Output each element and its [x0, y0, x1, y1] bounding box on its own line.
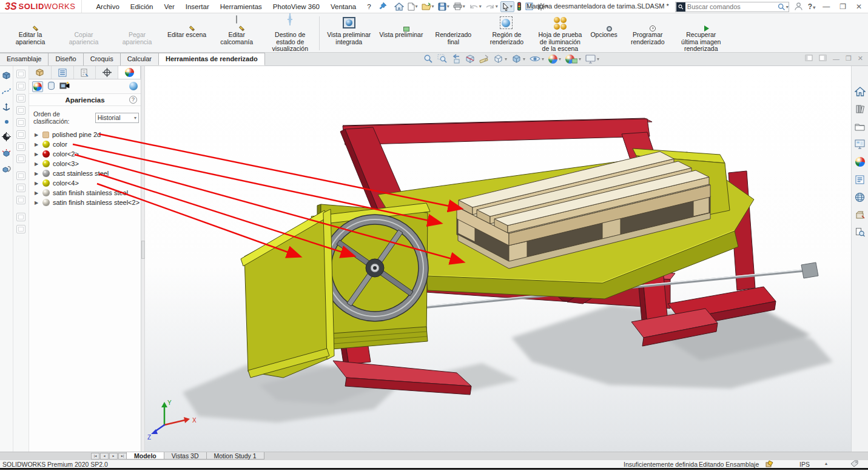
scroll-next-icon[interactable]: ▸: [109, 453, 118, 459]
redo-button[interactable]: ▾: [484, 1, 499, 12]
zoom-fit-icon[interactable]: [423, 54, 433, 64]
open-document-button[interactable]: ▾: [420, 1, 436, 12]
help-icon[interactable]: ?: [129, 96, 137, 104]
menu-ventana[interactable]: Ventana: [325, 1, 362, 12]
file-explorer-icon[interactable]: [854, 121, 866, 133]
section-view-icon[interactable]: [465, 54, 475, 64]
tab-diseno[interactable]: Diseño: [48, 53, 83, 65]
minimize-button[interactable]: —: [820, 2, 832, 11]
appearance-item-cast-stainless[interactable]: ▶cast stainless steel: [29, 169, 141, 178]
appearance-item-color[interactable]: ▶color: [29, 139, 141, 149]
display-style-icon[interactable]: ▾: [511, 54, 525, 64]
view-orientation-icon[interactable]: ▾: [493, 54, 507, 64]
expand-arrow-icon[interactable]: ▶: [35, 181, 39, 186]
attachment-component-icon[interactable]: [2, 165, 11, 175]
print-button[interactable]: ▾: [452, 1, 466, 12]
doc-restore-icon[interactable]: ❐: [846, 55, 852, 62]
doc-minimize-icon[interactable]: —: [833, 55, 839, 62]
pane-right-icon[interactable]: [819, 55, 827, 62]
appearance-item-color2[interactable]: ▶color<2>: [29, 149, 141, 159]
dropdown-caret[interactable]: ▾: [559, 56, 561, 62]
doc-close-icon[interactable]: ✕: [858, 55, 863, 62]
edit-scene-button[interactable]: Editar escena: [164, 15, 210, 40]
view-scene-lights-cameras-button[interactable]: [59, 81, 70, 92]
login-user-icon[interactable]: [794, 2, 803, 12]
custom-properties-icon[interactable]: [854, 173, 866, 185]
tab-herramientas-renderizado[interactable]: Herramientas de renderizado: [158, 53, 265, 65]
undo-button[interactable]: ▾: [468, 1, 483, 12]
dropdown-caret[interactable]: ▾: [479, 4, 482, 9]
sort-order-select[interactable]: Historial▾: [95, 113, 139, 123]
menu-ver[interactable]: Ver: [159, 1, 180, 12]
expand-arrow-icon[interactable]: ▶: [35, 200, 39, 205]
home-button[interactable]: [393, 1, 405, 12]
integrated-preview-button[interactable]: Vista preliminar integrada: [322, 15, 375, 47]
hide-show-items-icon[interactable]: ▾: [530, 54, 544, 64]
tab-displaymanager[interactable]: [118, 66, 141, 79]
spline-sketch-icon[interactable]: [2, 87, 11, 96]
display-state-target-button[interactable]: Destino de estado de visualización: [263, 15, 317, 54]
sw-resources-home-icon[interactable]: [854, 85, 866, 98]
tab-modelo[interactable]: Modelo: [126, 452, 164, 459]
pane-left-icon[interactable]: [805, 55, 813, 62]
sw-forum-icon[interactable]: [854, 191, 866, 203]
final-render-button[interactable]: Renderizado final: [426, 15, 480, 47]
render-options-button[interactable]: Opciones: [587, 15, 621, 40]
select-tool-button[interactable]: ▾: [500, 1, 514, 12]
expand-arrow-icon[interactable]: ▶: [35, 190, 39, 196]
sketch-tools-icon[interactable]: [479, 54, 489, 64]
pin-menu-icon[interactable]: [379, 2, 387, 11]
compare-documents-icon[interactable]: [854, 226, 866, 238]
apply-scene-icon[interactable]: ▾: [565, 54, 581, 64]
menu-archivo[interactable]: Archivo: [90, 1, 124, 12]
scroll-last-icon[interactable]: ▸|: [118, 453, 127, 459]
edit-appearance-button[interactable]: Editar la apariencia: [4, 15, 57, 47]
edit-appearance-hud-icon[interactable]: ▾: [548, 55, 561, 64]
dropdown-caret[interactable]: ▾: [579, 56, 581, 62]
preview-window-button[interactable]: Vista preliminar: [375, 15, 426, 40]
exploded-view-icon[interactable]: [2, 149, 11, 159]
close-button[interactable]: ✕: [853, 2, 864, 11]
appearance-item-satin-stainless[interactable]: ▶satin finish stainless steel: [29, 188, 141, 198]
search-icon[interactable]: [778, 3, 786, 11]
menu-photoview[interactable]: PhotoView 360: [267, 1, 325, 12]
help-button[interactable]: ?▾: [808, 2, 815, 11]
recall-last-render-button[interactable]: Recuperar última imagen renderizada: [675, 15, 728, 54]
design-library-icon[interactable]: [854, 103, 866, 115]
appearance-item-color3[interactable]: ▶color<3>: [29, 159, 141, 169]
appearances-scenes-icon[interactable]: [854, 156, 866, 168]
mate-target-icon[interactable]: [2, 132, 11, 142]
search-caret[interactable]: ▾: [786, 4, 789, 10]
appearance-item-satin-stainless2[interactable]: ▶satin finish stainless steel<2>: [29, 198, 141, 207]
dropdown-caret[interactable]: ▾: [447, 4, 449, 9]
previous-view-icon[interactable]: [451, 54, 461, 64]
scroll-prev-icon[interactable]: ◂: [100, 453, 109, 459]
expand-arrow-icon[interactable]: ▶: [35, 161, 39, 167]
expand-arrow-icon[interactable]: ▶: [35, 142, 39, 147]
dropdown-caret[interactable]: ▾: [523, 56, 525, 62]
save-button[interactable]: ▾: [437, 1, 451, 12]
menu-help[interactable]: ?: [362, 1, 376, 12]
units-label[interactable]: IPS: [799, 461, 810, 468]
search-input[interactable]: [687, 3, 778, 10]
dropdown-caret[interactable]: ▾: [463, 4, 465, 9]
expand-arrow-icon[interactable]: ▶: [35, 152, 39, 157]
coordinate-system-icon[interactable]: [2, 102, 11, 113]
view-decals-button[interactable]: [47, 81, 55, 92]
appearance-item-polished-pine[interactable]: ▶polished pine 2d: [29, 130, 141, 139]
dropdown-caret[interactable]: ▾: [415, 4, 418, 9]
dropdown-caret[interactable]: ▾: [813, 5, 815, 10]
tab-propertymanager[interactable]: [52, 66, 74, 79]
view-palette-icon[interactable]: [854, 138, 866, 150]
edit-decal-button[interactable]: Editar calcomanía: [210, 15, 263, 47]
photoview-options-button[interactable]: [129, 82, 138, 92]
menu-insertar[interactable]: Insertar: [180, 1, 215, 12]
expand-arrow-icon[interactable]: ▶: [35, 132, 39, 138]
dropdown-caret[interactable]: ▾: [505, 56, 507, 62]
insert-component-icon[interactable]: [2, 71, 11, 81]
dropdown-caret[interactable]: ▾: [542, 56, 544, 62]
dropdown-caret[interactable]: ▾: [510, 4, 513, 9]
tab-calcular[interactable]: Calcular: [120, 53, 159, 65]
render-region-button[interactable]: Región de renderizado: [480, 15, 533, 47]
tab-ensamblaje[interactable]: Ensamblaje: [0, 53, 49, 65]
